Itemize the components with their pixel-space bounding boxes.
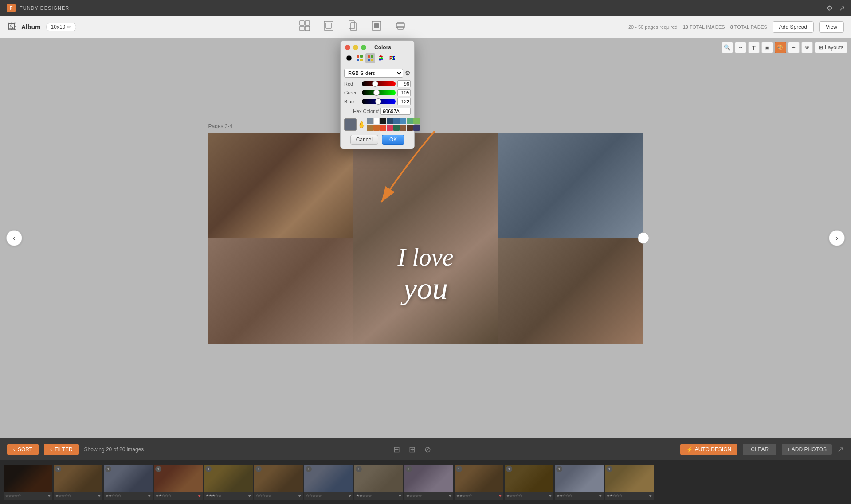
- export-icon[interactable]: ↗: [839, 4, 845, 12]
- tool-text[interactable]: [371, 20, 382, 34]
- photo-slot-middle[interactable]: I love you: [353, 133, 498, 344]
- thumbnail-4[interactable]: 1★★☆☆☆♥: [154, 465, 203, 500]
- settings-icon[interactable]: ⚙: [827, 4, 833, 12]
- fit-tool[interactable]: ↔: [735, 42, 746, 53]
- heart-7[interactable]: ♥: [349, 493, 351, 498]
- auto-design-button[interactable]: ⚡ AUTO DESIGN: [680, 444, 737, 455]
- swatch-14[interactable]: [400, 125, 406, 131]
- heart-4[interactable]: ♥: [198, 493, 201, 498]
- stars-12[interactable]: ★★☆☆☆: [557, 494, 572, 498]
- add-photos-button[interactable]: + ADD PHOTOS: [782, 444, 832, 455]
- mode-sliders[interactable]: [376, 53, 386, 63]
- tool-autoflow[interactable]: [299, 20, 310, 34]
- next-arrow[interactable]: ›: [829, 230, 845, 246]
- pen-tool[interactable]: ✒: [788, 42, 800, 53]
- photo-slot-right-lower[interactable]: [498, 238, 643, 344]
- stars-5[interactable]: ★★★☆☆: [206, 494, 221, 498]
- layouts-tool[interactable]: ⊞ Layouts: [815, 42, 847, 53]
- clear-button[interactable]: CLEAR: [743, 444, 776, 455]
- hex-input[interactable]: 60697A: [380, 108, 411, 115]
- sort-button[interactable]: ‹ SORT: [7, 444, 39, 455]
- thumbnail-10[interactable]: 1★★☆☆☆♥: [455, 465, 503, 500]
- swatch-9[interactable]: [367, 125, 373, 131]
- heart-3[interactable]: ♥: [148, 493, 151, 498]
- mode-wheel[interactable]: [344, 53, 354, 63]
- thumbnail-9[interactable]: 1★☆☆☆☆♥: [404, 465, 453, 500]
- photo-slot-bottom-left[interactable]: [208, 238, 353, 344]
- mode-text[interactable]: RGB: [387, 53, 396, 63]
- heart-6[interactable]: ♥: [298, 493, 301, 498]
- swatch-5[interactable]: [393, 118, 400, 124]
- size-badge[interactable]: 10x10 ✏: [46, 23, 77, 31]
- heart-12[interactable]: ♥: [599, 493, 602, 498]
- heart-11[interactable]: ♥: [549, 493, 552, 498]
- swatch-4[interactable]: [387, 118, 393, 124]
- blue-value[interactable]: 122: [397, 98, 411, 105]
- eyedropper-icon[interactable]: ✋: [358, 121, 365, 128]
- color-mode-dropdown[interactable]: RGB Sliders HSB Sliders HSL Sliders CMYK…: [344, 69, 403, 78]
- mode-gear-icon[interactable]: ⚙: [405, 70, 411, 77]
- grid-icon-btn[interactable]: ⊟: [393, 445, 400, 454]
- red-value[interactable]: 96: [397, 80, 411, 87]
- thumbnail-5[interactable]: 1★★★☆☆♥: [204, 465, 253, 500]
- thumbnail-7[interactable]: 1☆☆☆☆☆♥: [304, 465, 353, 500]
- thumbnail-8[interactable]: 1★★☆☆☆♥: [354, 465, 403, 500]
- stars-11[interactable]: ★☆☆☆☆: [506, 494, 522, 498]
- thumbnail-2[interactable]: 1★☆☆☆☆♥: [54, 465, 102, 500]
- green-value[interactable]: 105: [397, 89, 411, 96]
- blue-slider[interactable]: [362, 99, 396, 104]
- stars-7[interactable]: ☆☆☆☆☆: [306, 494, 322, 498]
- prev-arrow[interactable]: ‹: [6, 230, 22, 246]
- mode-palette[interactable]: [355, 53, 365, 63]
- red-slider[interactable]: [362, 81, 396, 86]
- zoom-tool[interactable]: 🔍: [722, 42, 733, 53]
- mosaic-icon-btn[interactable]: ⊞: [409, 445, 416, 454]
- heart-13[interactable]: ♥: [649, 493, 652, 498]
- thumbnail-6[interactable]: 1☆☆☆☆☆♥: [254, 465, 303, 500]
- tool-pages[interactable]: [347, 20, 358, 34]
- swatch-13[interactable]: [393, 125, 400, 131]
- stars-3[interactable]: ★★☆☆☆: [106, 494, 121, 498]
- thumbnail-11[interactable]: 1★☆☆☆☆♥: [505, 465, 553, 500]
- tool-print[interactable]: [395, 20, 406, 34]
- green-slider[interactable]: [362, 90, 396, 95]
- swatch-1[interactable]: [367, 118, 373, 124]
- swatch-3[interactable]: [380, 118, 386, 124]
- heart-10[interactable]: ♥: [499, 493, 502, 498]
- heart-1[interactable]: ♥: [48, 493, 51, 498]
- stack-icon-btn[interactable]: ⊘: [424, 445, 431, 454]
- swatch-11[interactable]: [380, 125, 386, 131]
- tool-frames[interactable]: [323, 20, 334, 34]
- thumbnail-12[interactable]: 1★★☆☆☆♥: [555, 465, 604, 500]
- filter-button[interactable]: ‹ FILTER: [44, 444, 78, 455]
- thumbnail-13[interactable]: 1★★☆☆☆♥: [605, 465, 654, 500]
- mode-grid[interactable]: [365, 53, 375, 63]
- stars-10[interactable]: ★★☆☆☆: [456, 494, 472, 498]
- heart-9[interactable]: ♥: [449, 493, 451, 498]
- stars-8[interactable]: ★★☆☆☆: [356, 494, 372, 498]
- heart-8[interactable]: ♥: [399, 493, 401, 498]
- stars-2[interactable]: ★☆☆☆☆: [55, 494, 71, 498]
- visibility-tool[interactable]: 👁: [801, 42, 813, 53]
- stars-4[interactable]: ★★☆☆☆: [156, 494, 171, 498]
- text-tool[interactable]: T: [748, 42, 760, 53]
- color-tool[interactable]: 🎨: [775, 42, 786, 53]
- photo-slot-right-upper[interactable]: [498, 133, 643, 238]
- add-spread-button[interactable]: Add Spread: [773, 21, 814, 33]
- stars-13[interactable]: ★★☆☆☆: [607, 494, 622, 498]
- ok-button[interactable]: OK: [382, 135, 404, 145]
- cancel-button[interactable]: Cancel: [350, 135, 378, 145]
- shape-tool[interactable]: ▣: [761, 42, 773, 53]
- heart-2[interactable]: ♥: [98, 493, 101, 498]
- swatch-2[interactable]: [373, 118, 380, 124]
- photo-slot-top-left[interactable]: [208, 133, 353, 238]
- thumbnail-3[interactable]: 1★★☆☆☆♥: [104, 465, 153, 500]
- swatch-10[interactable]: [373, 125, 380, 131]
- stars-1[interactable]: ☆☆☆☆☆: [5, 494, 21, 498]
- stars-6[interactable]: ☆☆☆☆☆: [256, 494, 271, 498]
- traffic-light-red[interactable]: [345, 45, 350, 50]
- stars-9[interactable]: ★☆☆☆☆: [406, 494, 422, 498]
- swatch-7[interactable]: [407, 118, 413, 124]
- swatch-16[interactable]: [413, 125, 420, 131]
- heart-5[interactable]: ♥: [248, 493, 251, 498]
